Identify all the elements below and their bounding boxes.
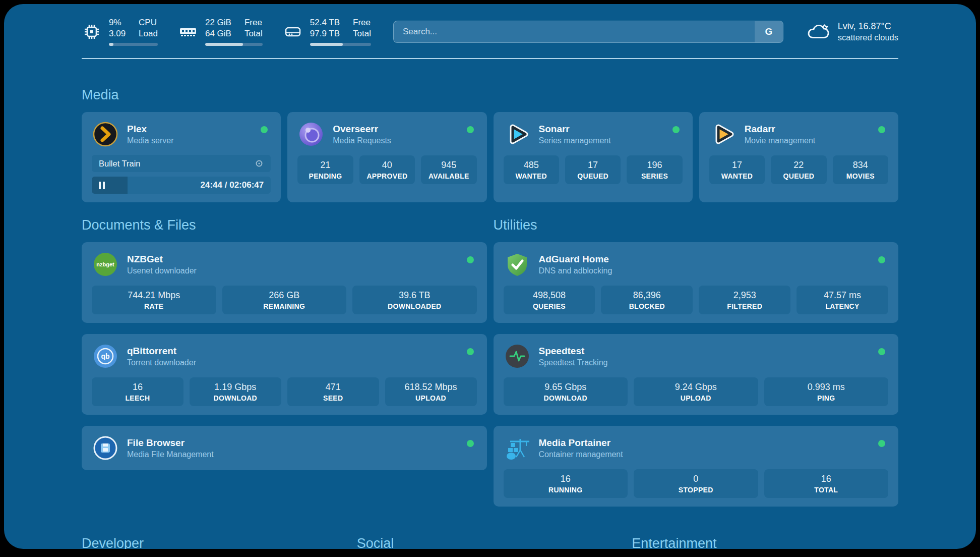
status-dot <box>467 126 474 133</box>
stat-value: 471 <box>289 382 377 393</box>
service-card-sonarr[interactable]: Sonarr Series management 485 WANTED 17 Q… <box>494 112 693 202</box>
service-subtitle: Media Requests <box>333 136 391 145</box>
stat-label: BLOCKED <box>603 302 691 310</box>
stat-label: TOTAL <box>766 486 887 494</box>
service-name: Overseerr <box>333 124 391 135</box>
service-card-plex[interactable]: Plex Media server Bullet Train 24:44 / 0… <box>82 112 281 202</box>
service-card-overseerr[interactable]: Overseerr Media Requests 21 PENDING 40 A… <box>287 112 486 202</box>
speedtest-icon <box>504 343 531 370</box>
stat-value: 485 <box>506 160 557 171</box>
search-input[interactable] <box>394 21 755 42</box>
qbittorrent-icon: qb <box>92 343 119 370</box>
stat-label: APPROVED <box>361 172 413 180</box>
service-card-speedtest[interactable]: Speedtest Speedtest Tracking 9.65 Gbps D… <box>494 334 899 415</box>
stat-tile: 945 AVAILABLE <box>421 155 476 184</box>
stat-value: 618.52 Mbps <box>387 382 475 393</box>
stat-value: 196 <box>629 160 680 171</box>
stat-label: QUERIES <box>506 302 593 310</box>
plex-icon <box>92 121 119 148</box>
cpu-load-value: 3.09 <box>109 28 126 39</box>
stat-value: 16 <box>506 474 626 484</box>
service-card-filebrowser[interactable]: File Browser Media File Management <box>82 426 487 470</box>
service-subtitle: Media server <box>127 136 173 145</box>
status-dot <box>672 126 680 133</box>
overseerr-icon <box>297 121 325 148</box>
stat-tile: 39.6 TB DOWNLOADED <box>352 286 477 314</box>
stat-label: STOPPED <box>636 486 756 494</box>
stat-label: FILTERED <box>701 302 788 310</box>
disk-total-value: 97.9 TB <box>310 28 340 39</box>
disk-progress-bar <box>310 43 371 46</box>
stat-tile: 16 LEECH <box>92 377 183 406</box>
section-title-media: Media <box>82 87 898 103</box>
service-subtitle: Media File Management <box>127 450 214 459</box>
section-title-social: Social <box>357 536 624 549</box>
stat-value: 0.993 ms <box>766 382 887 393</box>
cpu-load-label: Load <box>139 28 158 39</box>
stat-tile: 0.993 ms PING <box>764 377 889 406</box>
stat-value: 9.24 Gbps <box>636 382 756 393</box>
stat-label: SEED <box>289 394 377 402</box>
stat-tile: 0 STOPPED <box>634 469 758 498</box>
service-subtitle: Speedtest Tracking <box>539 358 608 367</box>
stat-value: 9.65 Gbps <box>506 382 626 393</box>
stat-tile: 86,396 BLOCKED <box>601 286 693 314</box>
weather-location-temp: Lviv, 16.87°C <box>838 21 898 32</box>
memory-icon <box>178 22 198 42</box>
stat-value: 16 <box>94 382 181 393</box>
header: 9% 3.09 CPU Load <box>82 17 898 46</box>
stat-label: QUEUED <box>773 172 824 180</box>
playback-time: 24:44 / 02:06:47 <box>201 180 264 190</box>
service-subtitle: Movie management <box>745 136 816 145</box>
pause-icon[interactable] <box>99 182 105 189</box>
stat-tile: 1.19 Gbps DOWNLOAD <box>190 377 281 406</box>
adguard-icon <box>504 251 531 278</box>
stat-tile: 471 SEED <box>287 377 379 406</box>
stat-label: LATENCY <box>799 302 886 310</box>
stat-tile: 266 GB REMAINING <box>222 286 347 314</box>
stat-value: 2,953 <box>701 290 788 301</box>
service-subtitle: Torrent downloader <box>127 358 196 367</box>
service-name: AdGuard Home <box>539 254 612 265</box>
search-bar: G <box>393 21 783 43</box>
service-card-nzbget[interactable]: nzbget NZBGet Usenet downloader 744.21 M… <box>82 242 487 323</box>
session-settings-icon[interactable] <box>255 159 264 168</box>
stat-tile: 47.57 ms LATENCY <box>797 286 888 314</box>
service-card-radarr[interactable]: Radarr Movie management 17 WANTED 22 QUE… <box>699 112 898 202</box>
cpu-progress-bar <box>109 43 158 46</box>
stat-label: RUNNING <box>506 486 626 494</box>
service-name: qBittorrent <box>127 346 196 357</box>
stat-tile: 498,508 QUERIES <box>504 286 595 314</box>
service-subtitle: Usenet downloader <box>127 266 197 275</box>
stat-value: 21 <box>299 160 351 171</box>
disk-total-label: Total <box>353 28 371 39</box>
status-dot <box>467 256 474 263</box>
service-card-qbittorrent[interactable]: qb qBittorrent Torrent downloader 16 LEE… <box>82 334 487 415</box>
stat-label: DOWNLOADED <box>354 302 475 310</box>
nzbget-icon: nzbget <box>92 251 119 278</box>
memory-stat: 22 GiB 64 GiB Free Total <box>178 17 263 46</box>
bookmark-group-entertainment: Entertainment YT YouTube youtube.com NF … <box>632 536 898 549</box>
now-playing-title: Bullet Train <box>99 159 141 169</box>
search-provider-button[interactable]: G <box>755 21 783 42</box>
sonarr-icon <box>504 121 531 148</box>
stat-tile: 9.24 Gbps UPLOAD <box>634 377 758 406</box>
service-card-adguard[interactable]: AdGuard Home DNS and adblocking 498,508 … <box>494 242 899 323</box>
stat-label: QUEUED <box>567 172 619 180</box>
stat-tile: 744.21 Mbps RATE <box>92 286 216 314</box>
cloud-icon <box>806 19 831 44</box>
system-stats: 9% 3.09 CPU Load <box>82 17 371 46</box>
service-name: Speedtest <box>539 346 608 357</box>
stat-tile: 834 MOVIES <box>833 155 888 184</box>
status-dot <box>467 440 474 447</box>
service-card-portainer[interactable]: Media Portainer Container management 16 … <box>494 426 899 507</box>
stat-value: 266 GB <box>224 290 345 301</box>
stat-label: RATE <box>94 302 214 310</box>
section-title-utilities: Utilities <box>494 217 899 233</box>
bookmark-group-developer: Developer GH Github github.com SO StackO… <box>82 536 348 549</box>
memory-free-label: Free <box>244 17 263 28</box>
stat-label: REMAINING <box>224 302 345 310</box>
stat-tile: 485 WANTED <box>504 155 559 184</box>
disk-icon <box>283 22 303 42</box>
section-title-documents: Documents & Files <box>82 217 487 233</box>
